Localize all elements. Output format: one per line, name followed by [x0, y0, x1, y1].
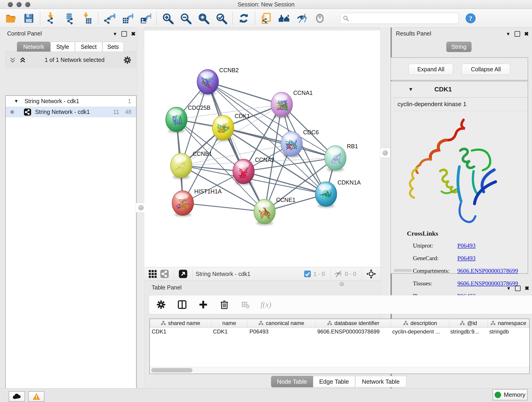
home-icon[interactable]	[278, 12, 290, 24]
results-panel-collapse-icon[interactable]: ▼	[506, 32, 510, 37]
tab-style[interactable]: Style	[51, 42, 75, 52]
window-title: Session: New Session	[0, 1, 532, 8]
clone-network-icon[interactable]	[260, 12, 272, 24]
entry-collapse-icon[interactable]: ▼	[408, 86, 413, 92]
show-panels-icon[interactable]	[314, 12, 326, 24]
table-cell: cyclin-dependent ...	[390, 327, 448, 336]
open-session-icon[interactable]	[5, 12, 17, 24]
memory-label: Memory	[504, 391, 525, 398]
table-panel-float-icon[interactable]	[515, 286, 520, 291]
tab-network-table[interactable]: Network Table	[355, 376, 406, 387]
column-header-name[interactable]: name	[211, 319, 247, 327]
table-settings-gear-icon[interactable]	[155, 299, 167, 311]
crosslink-link[interactable]: P06493	[457, 255, 475, 262]
zoom-out-icon[interactable]	[180, 12, 191, 24]
fit-selected-crosshair-icon[interactable]	[365, 268, 377, 280]
export-network-icon[interactable]	[104, 12, 115, 24]
network-collection-row[interactable]: ▼ String Network - cdk1 1	[6, 96, 136, 107]
import-table-icon[interactable]	[81, 12, 93, 24]
search-box[interactable]	[340, 13, 459, 24]
export-table-icon[interactable]	[121, 12, 133, 24]
table-panel-collapse-icon[interactable]: ▼	[506, 286, 511, 291]
zoom-selected-icon[interactable]	[215, 12, 227, 24]
node-table[interactable]: shared namenamecanonical namedatabase id…	[149, 319, 530, 374]
tab-node-table[interactable]: Node Table	[271, 376, 313, 387]
crosslink-label: Uniprot:	[413, 242, 433, 249]
string-network-icon[interactable]	[158, 268, 171, 280]
table-scrollbar-thumb[interactable]	[151, 368, 192, 372]
results-panel-float-icon[interactable]	[515, 31, 520, 37]
crosslink-link[interactable]: P06493	[457, 242, 475, 249]
status-bar: Memory	[0, 388, 532, 402]
edge-CCNB2-CCNA1	[208, 82, 282, 104]
detach-view-icon[interactable]	[177, 268, 189, 280]
node-RB1: RB1	[325, 143, 358, 172]
column-header-canonical-name[interactable]: canonical name	[247, 319, 316, 327]
delete-column-icon[interactable]	[218, 299, 230, 311]
grid-view-icon[interactable]	[147, 268, 158, 280]
table-cell: CDK1	[211, 327, 248, 336]
application-window: Session: New Session ? Control Panel ▼ ✖…	[0, 0, 532, 402]
expand-all-button[interactable]: Expand All	[409, 64, 453, 75]
results-scrollbar-thumb[interactable]	[394, 269, 412, 272]
show-columns-icon[interactable]	[176, 299, 188, 311]
tab-select[interactable]: Select	[75, 42, 102, 52]
column-type-icon	[259, 321, 264, 326]
zoom-fit-icon[interactable]	[197, 12, 209, 24]
collapse-all-button[interactable]: Collapse All	[462, 64, 510, 75]
network-canvas[interactable]: CCNB2 CCNA1 CDC25B CDK1 CDC6	[144, 31, 380, 267]
table-panel-title: Table Panel	[152, 284, 182, 291]
collection-expand-icon[interactable]: ▼	[14, 99, 19, 104]
results-panel-title: Results Panel	[396, 30, 431, 37]
help-icon[interactable]: ?	[465, 12, 476, 24]
hidden-counts: 0 - 0	[345, 271, 356, 277]
left-splitter[interactable]	[137, 27, 145, 402]
import-database-icon[interactable]	[63, 12, 75, 24]
collapse-all-networks-icon[interactable]	[9, 56, 16, 64]
table-cell: P06493	[248, 327, 316, 336]
column-header-@id[interactable]: @id	[449, 319, 488, 327]
zoom-in-icon[interactable]	[162, 12, 174, 24]
tab-network[interactable]: Network	[17, 42, 51, 52]
selected-checkbox-icon[interactable]	[304, 270, 311, 278]
network-view-title: String Network - cdk1	[196, 271, 250, 277]
control-panel-close-icon[interactable]: ✖	[131, 31, 136, 37]
control-panel-float-icon[interactable]	[121, 31, 127, 37]
network-options-gear-icon[interactable]	[123, 56, 132, 64]
crosslink-link[interactable]: 9606.ENSP00000378699	[457, 268, 518, 274]
node-HIST1H1A: HIST1H1A	[172, 188, 222, 217]
table-panel-close-icon[interactable]: ✖	[525, 285, 529, 292]
network-row[interactable]: String Network - cdk1 11 48	[6, 107, 136, 117]
node-CCNB1: CCNB1	[171, 151, 212, 179]
node-CDKN1A: CDKN1A	[315, 179, 361, 208]
table-row[interactable]: CDK1CDK1P064939606.ENSP00000378699cyclin…	[150, 327, 529, 336]
control-panel-collapse-icon[interactable]: ▼	[113, 32, 117, 37]
export-image-icon[interactable]	[139, 12, 151, 24]
column-header-database-identifier[interactable]: database identifier	[316, 319, 391, 327]
right-splitter-handle[interactable]	[380, 148, 390, 158]
column-header-namespace[interactable]: namespace	[488, 319, 529, 327]
table-cell: stringdb	[487, 327, 529, 336]
expand-all-networks-icon[interactable]	[19, 56, 26, 64]
hide-panels-icon[interactable]	[296, 12, 308, 24]
refresh-icon[interactable]	[238, 12, 250, 24]
add-column-icon[interactable]	[197, 299, 209, 311]
collection-label: String Network - cdk1	[25, 98, 79, 104]
string-app-icon	[24, 108, 32, 116]
tab-edge-table[interactable]: Edge Table	[313, 376, 355, 387]
column-header-shared-name[interactable]: shared name	[150, 319, 211, 327]
results-panel-close-icon[interactable]: ✖	[524, 31, 529, 37]
cloud-status-button[interactable]	[9, 391, 25, 402]
table-horizontal-scrollbar[interactable]	[150, 367, 529, 374]
memory-button[interactable]: Memory	[493, 389, 527, 400]
svg-text:CCNA2: CCNA2	[255, 157, 274, 163]
column-header-description[interactable]: description	[391, 319, 449, 327]
tab-string[interactable]: String	[446, 42, 472, 52]
tab-sets[interactable]: Sets	[102, 42, 124, 52]
search-input[interactable]	[349, 15, 456, 22]
selected-counts: 1 - 0	[313, 271, 325, 277]
save-session-icon[interactable]	[23, 12, 35, 24]
import-network-icon[interactable]	[45, 12, 57, 24]
result-entry-header[interactable]: ▼ CDK1	[391, 81, 528, 98]
warnings-button[interactable]	[28, 391, 44, 402]
